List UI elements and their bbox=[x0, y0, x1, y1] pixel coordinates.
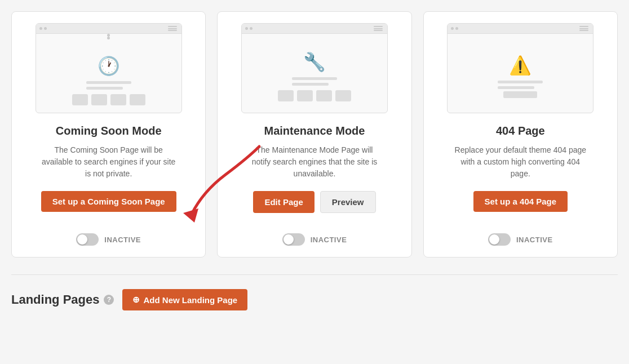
preview-lines bbox=[86, 81, 131, 90]
coming-soon-toggle[interactable] bbox=[76, 233, 99, 246]
404-card: ⚠️ 404 Page Replace your default theme 4… bbox=[423, 11, 618, 258]
maintenance-buttons: Edit Page Preview bbox=[253, 191, 375, 223]
landing-pages-section: Landing Pages ? ⊕ Add New Landing Page bbox=[11, 289, 618, 310]
toggle-knob-3 bbox=[489, 234, 499, 245]
404-toggle[interactable] bbox=[488, 233, 511, 246]
coming-soon-toggle-row: INACTIVE bbox=[76, 233, 141, 246]
mode-cards: 🕐 Coming Soon Mode The Coming Soon Page … bbox=[11, 11, 618, 258]
404-toggle-row: INACTIVE bbox=[488, 233, 553, 246]
setup-coming-soon-button[interactable]: Set up a Coming Soon Page bbox=[41, 191, 176, 212]
maintenance-card: 🔧 Maintenance Mode The Maintenance Mode … bbox=[217, 11, 411, 258]
add-landing-page-label: Add New Landing Page bbox=[143, 295, 237, 305]
preview-button[interactable]: Preview bbox=[320, 191, 376, 213]
maintenance-status: INACTIVE bbox=[311, 236, 347, 244]
preview-topbar-2 bbox=[242, 24, 387, 34]
maintenance-description: The Maintenance Mode Page will notify se… bbox=[247, 144, 382, 180]
404-preview: ⚠️ bbox=[447, 23, 593, 113]
setup-404-button[interactable]: Set up a 404 Page bbox=[473, 191, 568, 212]
add-landing-page-button[interactable]: ⊕ Add New Landing Page bbox=[122, 289, 247, 310]
landing-title-text: Landing Pages bbox=[11, 292, 99, 307]
404-title: 404 Page bbox=[496, 125, 545, 137]
coming-soon-card: 🕐 Coming Soon Mode The Coming Soon Page … bbox=[11, 11, 206, 258]
plus-circle-icon: ⊕ bbox=[132, 295, 140, 305]
landing-title: Landing Pages ? bbox=[11, 292, 114, 307]
preview-content-3: ⚠️ bbox=[498, 49, 543, 98]
preview-content-2: 🔧 bbox=[278, 46, 351, 101]
wrench-icon: 🔧 bbox=[303, 51, 326, 73]
edit-page-button[interactable]: Edit Page bbox=[253, 191, 314, 213]
warning-icon: ⚠️ bbox=[509, 55, 531, 76]
topbar-lines-icon-3 bbox=[579, 26, 588, 31]
404-description: Replace your default theme 404 page with… bbox=[453, 144, 588, 180]
preview-lines-2 bbox=[292, 77, 337, 86]
preview-lines-3 bbox=[498, 81, 543, 89]
topbar-lines-icon-2 bbox=[374, 26, 383, 31]
coming-soon-status: INACTIVE bbox=[104, 236, 141, 244]
maintenance-preview: 🔧 bbox=[241, 23, 388, 113]
coming-soon-title: Coming Soon Mode bbox=[56, 125, 162, 137]
section-divider bbox=[11, 274, 618, 275]
preview-search-bar bbox=[503, 91, 537, 98]
maintenance-title: Maintenance Mode bbox=[264, 125, 365, 137]
coming-soon-preview: 🕐 bbox=[36, 23, 182, 113]
maintenance-toggle[interactable] bbox=[282, 233, 305, 246]
toggle-knob-2 bbox=[284, 234, 294, 245]
preview-blocks bbox=[72, 94, 145, 105]
preview-blocks-2 bbox=[278, 90, 351, 101]
coming-soon-description: The Coming Soon Page will be available t… bbox=[41, 144, 176, 180]
maintenance-toggle-row: INACTIVE bbox=[282, 233, 347, 246]
clock-icon: 🕐 bbox=[98, 55, 120, 77]
help-icon[interactable]: ? bbox=[104, 295, 114, 305]
preview-content: 🕐 bbox=[72, 50, 145, 105]
preview-topbar-3 bbox=[448, 24, 593, 34]
404-status: INACTIVE bbox=[516, 236, 553, 244]
topbar-lines-icon bbox=[168, 26, 177, 31]
preview-topbar bbox=[36, 24, 181, 34]
toggle-knob bbox=[77, 234, 87, 245]
